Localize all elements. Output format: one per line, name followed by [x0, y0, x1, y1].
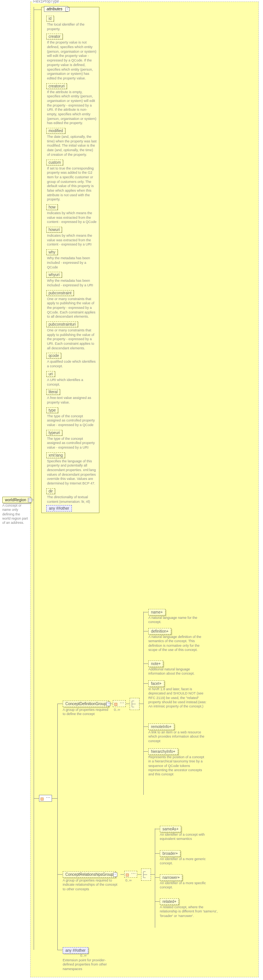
connector	[143, 631, 148, 631]
attribute-uri: uriA URI which identifies a concept.	[46, 371, 97, 387]
element-label: hierarchyInfo	[151, 749, 173, 754]
element-desc: An identifier of a more specific concept…	[160, 881, 219, 890]
attribute-pubconstrainturi: pubconstrainturiOne or many constraints …	[46, 321, 97, 350]
group-label: ConceptDefinitionGroup	[65, 702, 106, 706]
connector	[57, 874, 63, 875]
any-attribute-label: any ##other	[46, 505, 72, 512]
element-facet: facet+	[148, 680, 164, 687]
connector	[155, 829, 160, 829]
sequence-compositor	[113, 700, 126, 707]
element-worldregion: worldRegion −	[2, 497, 31, 503]
attribute-desc: If the attribute is empty, specifies whi…	[47, 90, 97, 126]
connector	[155, 828, 155, 928]
occurrence: 0..∞	[80, 954, 86, 957]
element-definition: definition+	[148, 628, 171, 634]
attribute-xml-lang: xml:langSpecifies the language of this p…	[46, 452, 97, 486]
connector	[28, 500, 34, 500]
attributes-label: attributes	[47, 7, 62, 11]
element-label: remoteInfo	[151, 725, 169, 729]
attribute-desc: Why the metadata has been included - exp…	[47, 279, 97, 287]
attribute-name: creator	[46, 34, 63, 39]
expand-icon[interactable]: +	[166, 629, 169, 633]
attribute-why: whyWhy the metadata has been included - …	[46, 249, 97, 270]
attribute-name: xml:lang	[46, 452, 65, 458]
attribute-desc: One or many constraints that apply to pu…	[47, 297, 97, 319]
attribute-desc: The type of the concept assigned as cont…	[47, 414, 97, 428]
connector	[34, 7, 34, 950]
element-label: narrower	[162, 875, 177, 880]
element-desc: Represents the position of a concept in …	[148, 755, 208, 777]
attribute-desc: A qualified code which identifies a conc…	[47, 360, 97, 368]
connector	[137, 874, 141, 875]
connector	[52, 798, 57, 799]
expand-icon[interactable]: +	[176, 827, 179, 831]
attribute-name: typeuri	[46, 430, 62, 436]
group-concept-relationships: ConceptRelationshipsGroup −	[63, 871, 116, 878]
attribute-desc: If set to true the corresponding propert…	[47, 166, 97, 202]
expand-icon[interactable]: +	[158, 662, 161, 666]
element-desc: A natural language name for the concept.	[148, 616, 208, 625]
element-any-other: any ##other	[63, 947, 88, 954]
element-label: related	[162, 899, 174, 904]
group-desc: A group of properties required to indica…	[63, 878, 120, 891]
expand-icon[interactable]: +	[173, 749, 175, 754]
expand-icon[interactable]: +	[175, 851, 178, 856]
attribute-desc: If the property value is not defined, sp…	[47, 40, 97, 81]
group-label: ConceptRelationshipsGroup	[65, 872, 113, 877]
sequence-compositor	[39, 795, 52, 802]
connector	[143, 727, 148, 727]
attribute-name: why	[46, 249, 58, 255]
expand-icon[interactable]: +	[159, 681, 162, 686]
connector	[34, 798, 39, 799]
connector	[143, 664, 148, 664]
connector	[155, 877, 160, 878]
expand-icon[interactable]: +	[177, 875, 180, 880]
element-label: note	[151, 662, 158, 666]
attribute-name: id	[46, 16, 54, 21]
attribute-dir: dirThe directionality of textual content…	[46, 488, 97, 504]
attribute-creator: creatorIf the property value is not defi…	[46, 34, 97, 81]
expand-icon[interactable]: +	[169, 725, 172, 729]
sequence-compositor	[124, 871, 137, 878]
element-label: broader	[162, 851, 175, 856]
expand-icon[interactable]: +	[161, 610, 163, 614]
choice-compositor	[141, 869, 151, 881]
element-desc: In NAR 1.8 and later, facet is deprecate…	[148, 687, 208, 709]
element-remoteinfo: remoteInfo+	[148, 723, 174, 730]
attribute-desc: The type of the concept assigned as cont…	[47, 437, 97, 450]
attribute-pubconstraint: pubconstraintOne or many constraints tha…	[46, 290, 97, 319]
collapse-icon[interactable]: −	[65, 7, 70, 11]
expand-icon[interactable]: +	[174, 899, 177, 904]
attributes-header: attributes −	[44, 6, 68, 12]
connector	[143, 612, 148, 612]
attribute-desc: The directionality of textual content (e…	[47, 495, 97, 504]
connector	[143, 751, 148, 752]
connector	[120, 874, 124, 875]
element-name: name+	[148, 609, 166, 615]
attribute-creatoruri: creatoruriIf the attribute is empty, spe…	[46, 83, 97, 126]
element-related: related+	[160, 898, 179, 905]
attribute-id: idThe local identifier of the property.	[46, 16, 97, 31]
attribute-name: type	[46, 407, 58, 413]
attribute-name: whyuri	[46, 272, 62, 278]
occurrence: 0..∞	[125, 878, 132, 882]
attribute-name: uri	[46, 371, 55, 377]
any-label: any ##other	[65, 948, 86, 953]
element-broader: broader+	[160, 850, 180, 857]
element-desc: A link to an item or a web resource whic…	[148, 730, 208, 743]
attribute-name: literal	[46, 389, 60, 395]
attribute-whyuri: whyuriWhy the metadata has been included…	[46, 272, 97, 287]
connector	[139, 704, 143, 704]
attribute-desc: A free-text value assigned as property v…	[47, 396, 97, 405]
attribute-modified: modifiedThe date (and, optionally, the t…	[46, 128, 97, 157]
attribute-desc: Specifies the language of this property …	[47, 459, 97, 486]
outer-type-label: Flex1PropType	[32, 0, 60, 3]
group-desc: A group of properties required to define…	[63, 708, 109, 717]
element-label: facet	[151, 681, 159, 686]
attribute-custom: customIf set to true the corresponding p…	[46, 160, 97, 202]
connector	[150, 874, 155, 875]
collapse-icon[interactable]: −	[113, 872, 117, 877]
element-hierarchyinfo: hierarchyInfo+	[148, 748, 178, 755]
choice-compositor	[130, 698, 140, 710]
attribute-typeuri: typeuriThe type of the concept assigned …	[46, 430, 97, 450]
